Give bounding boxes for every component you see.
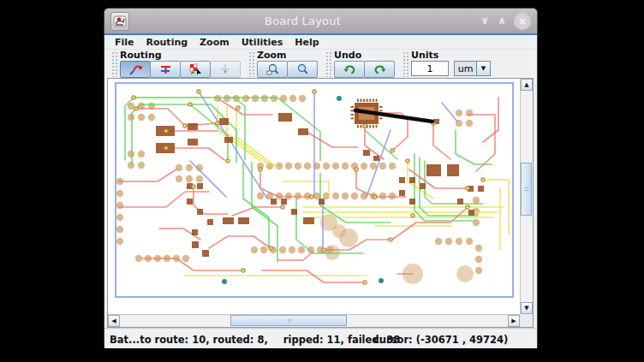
- fanout-icon: [218, 62, 233, 76]
- unit-combobox[interactable]: um ▼: [454, 61, 491, 76]
- zoom-region-icon: [265, 62, 280, 76]
- horizontal-scrollbar[interactable]: ◀ ▶: [108, 314, 520, 327]
- toolbar-group-zoom: Zoom: [248, 50, 318, 77]
- menu-bar: File Routing Zoom Utilities Help: [104, 35, 537, 50]
- dropdown-arrow-icon[interactable]: ▼: [476, 61, 491, 76]
- unroute-icon: [158, 62, 173, 76]
- toolbar-drag-grip[interactable]: [248, 50, 255, 77]
- undo-icon: [343, 62, 357, 76]
- toolbar-group-label: Units: [411, 50, 491, 60]
- toolbar-group-label: Undo: [334, 50, 395, 60]
- unit-selected-value: um: [454, 61, 477, 76]
- scrollbar-corner: [520, 314, 533, 327]
- zoom-frame-button[interactable]: [287, 61, 318, 78]
- scroll-left-icon[interactable]: ◀: [108, 315, 120, 327]
- unit-scale-input[interactable]: [411, 61, 449, 76]
- fanout-button[interactable]: [210, 61, 241, 78]
- status-route-counts: Bat...to route: 10, routed: 8,: [110, 334, 268, 346]
- toolbar-group-undo: Undo: [325, 50, 395, 77]
- board-scrollpane: ▲ ▼ ◀ ▶: [107, 78, 534, 328]
- maximize-button[interactable]: ∧: [493, 9, 510, 33]
- close-icon: ×: [518, 15, 527, 27]
- route-button[interactable]: [120, 61, 151, 78]
- title-bar[interactable]: Board Layout ∨ ∧ ×: [104, 9, 537, 33]
- scroll-down-icon[interactable]: ▼: [521, 302, 533, 314]
- redo-button[interactable]: [364, 61, 395, 78]
- status-cursor-position: cursor: (-30671 , 49724): [373, 334, 508, 346]
- horizontal-scroll-thumb[interactable]: [230, 315, 347, 326]
- toolbar-group-label: Zoom: [257, 50, 318, 60]
- toolbar: Routing: [104, 50, 537, 78]
- menu-routing[interactable]: Routing: [140, 37, 194, 48]
- menu-help[interactable]: Help: [289, 37, 325, 48]
- status-bar: Bat...to route: 10, routed: 8, ripped: 1…: [104, 329, 537, 348]
- close-button[interactable]: ×: [514, 13, 531, 30]
- zoom-region-button[interactable]: [257, 61, 288, 78]
- toolbar-drag-grip[interactable]: [111, 50, 118, 77]
- toolbar-group-units: Units um ▼: [402, 50, 491, 77]
- toolbar-group-label: Routing: [120, 50, 241, 60]
- toolbar-drag-grip[interactable]: [325, 50, 332, 77]
- window-menu-button[interactable]: [110, 12, 129, 31]
- vertical-scrollbar[interactable]: ▲ ▼: [520, 79, 533, 314]
- window-title: Board Layout: [129, 15, 476, 27]
- scroll-right-icon[interactable]: ▶: [508, 315, 520, 327]
- vertical-scroll-thumb[interactable]: [521, 163, 532, 216]
- minimize-button[interactable]: ∨: [476, 9, 493, 33]
- route-icon: [128, 62, 143, 76]
- autoroute-icon: [188, 62, 203, 76]
- zoom-frame-icon: [295, 62, 310, 76]
- scroll-up-icon[interactable]: ▲: [521, 79, 533, 91]
- menu-file[interactable]: File: [109, 37, 140, 48]
- board-app-icon: [113, 15, 127, 28]
- autoroute-button[interactable]: [180, 61, 211, 78]
- pcb-layout-graphic: [108, 79, 520, 314]
- menu-utilities[interactable]: Utilities: [236, 37, 289, 48]
- unroute-button[interactable]: [150, 61, 181, 78]
- board-canvas[interactable]: [108, 79, 520, 314]
- menu-zoom[interactable]: Zoom: [194, 37, 236, 48]
- undo-button[interactable]: [334, 61, 365, 78]
- redo-icon: [373, 62, 387, 76]
- toolbar-group-routing: Routing: [111, 50, 241, 77]
- board-layout-window: Board Layout ∨ ∧ × File Routing Zoom Uti…: [104, 8, 538, 347]
- toolbar-drag-grip[interactable]: [402, 50, 409, 77]
